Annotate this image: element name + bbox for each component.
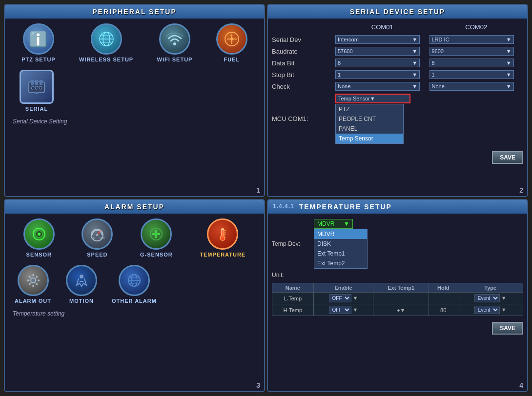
dropdown-disk[interactable]: DISK (314, 239, 367, 249)
panel2-save-button[interactable]: SAVE (492, 151, 523, 164)
serial-dev-select2[interactable]: LRD IC▼ (430, 35, 514, 44)
col-enable: Enable (313, 283, 373, 293)
serial-dev-label: Serial Dev (272, 36, 335, 43)
temperature-icon (207, 218, 238, 250)
svg-rect-17 (35, 92, 39, 94)
otheralarm-icon-item[interactable]: OTHER ALARM (112, 265, 157, 304)
speed-icon: 0 MAX (82, 218, 113, 250)
htemp-enable[interactable]: OFFON ▼ (313, 304, 373, 316)
htemp-name: H-Temp (272, 304, 314, 316)
serial-dev-select1[interactable]: Intercom▼ (335, 35, 420, 44)
mcu-select[interactable]: Temp Sensor▼ (335, 94, 410, 103)
check-label: Check (272, 83, 335, 90)
alarm-icons-row1: SENSOR 0 MAX SPEED (5, 214, 264, 260)
alarmout-icon (18, 265, 49, 296)
panel2-save-row: SAVE (268, 149, 527, 166)
databit-row: Data Bit 8▼ 8▼ (272, 57, 523, 69)
panel3-number: 3 (256, 381, 260, 389)
ltemp-type-select[interactable]: Event (474, 294, 500, 302)
svg-point-20 (38, 233, 41, 236)
svg-rect-28 (152, 233, 160, 235)
dropdown-tempsensor[interactable]: Temp Sensor (336, 134, 403, 143)
databit-label: Data Bit (272, 59, 335, 67)
fuel-label: FUEL (224, 57, 240, 62)
ptz-setup-icon-item[interactable]: ℹ️ PTZ SETUP (21, 23, 56, 62)
check-row: Check None▼ None▼ (272, 80, 523, 92)
motion-icon (66, 265, 97, 296)
ltemp-type[interactable]: Event ▼ (458, 293, 523, 304)
gsensor-label: G-SENSOR (140, 252, 173, 257)
svg-rect-13 (40, 80, 42, 85)
panel4-save-button[interactable]: SAVE (492, 322, 523, 335)
dropdown-ptz[interactable]: PTZ (336, 104, 403, 114)
svg-rect-12 (35, 80, 38, 85)
col-hold: Hold (429, 283, 458, 293)
fuel-icon-item[interactable]: FUEL (216, 23, 247, 62)
sensor-icon-item[interactable]: SENSOR (23, 218, 55, 257)
stopbit-select2[interactable]: 1▼ (430, 70, 514, 79)
ltemp-enable[interactable]: OFFON ▼ (313, 293, 373, 304)
mcu-dropdown: PTZ PEOPLE CNT PANEL Temp Sensor (335, 104, 404, 144)
otheralarm-icon (119, 265, 150, 296)
speed-icon-item[interactable]: 0 MAX SPEED (82, 218, 113, 257)
sensor-icon (23, 218, 55, 250)
htemp-type-select[interactable]: Event (474, 306, 500, 314)
svg-text:MAX: MAX (100, 237, 105, 239)
wifi-setup-icon-item[interactable]: WIFI SETUP (157, 23, 193, 62)
dropdown-mdvr[interactable]: MDVR (314, 229, 367, 239)
temp-dev-row: Temp-Dev: MDVR ▼ MDVR DISK Ext Temp1 Ext… (272, 218, 523, 270)
unit-label: Unit: (272, 272, 311, 278)
dropdown-people[interactable]: PEOPLE CNT (336, 114, 403, 124)
ltemp-enable-select[interactable]: OFFON (329, 294, 351, 302)
dropdown-panel[interactable]: PANEL (336, 124, 403, 134)
panel4-number: 4 (519, 381, 523, 389)
svg-point-23 (96, 234, 98, 236)
col-type: Type (458, 283, 523, 293)
ltemp-name: L-Temp (272, 293, 314, 304)
temperature-icon-item[interactable]: TEMPERATURE (200, 218, 246, 257)
alarmout-icon-item[interactable]: ALARM OUT (15, 265, 51, 304)
alarm-setup-panel: ALARM SETUP SENSOR 0 MAX (4, 199, 265, 392)
svg-point-9 (230, 38, 233, 40)
svg-line-40 (29, 276, 30, 277)
wifi-icon (159, 23, 190, 55)
serial-icon-item[interactable]: SERIAL (20, 70, 54, 112)
wifi-label: WIFI SETUP (157, 57, 193, 62)
temp-dev-dropdown: MDVR DISK Ext Temp1 Ext Temp2 (314, 229, 368, 269)
dropdown-exttemp1[interactable]: Ext Temp1 (314, 249, 367, 258)
gsensor-icon (141, 218, 172, 250)
unit-row: Unit: (272, 270, 523, 280)
temp-dev-select[interactable]: MDVR ▼ (314, 219, 353, 229)
databit-select1[interactable]: 8▼ (335, 59, 420, 67)
svg-line-42 (36, 276, 37, 277)
htemp-type[interactable]: Event ▼ (458, 304, 523, 316)
wireless-icon (91, 23, 122, 55)
alarm-icons-row2: ALARM OUT MOTION (5, 260, 264, 306)
motion-icon-item[interactable]: MOTION (66, 265, 97, 304)
check-select1[interactable]: None▼ (335, 82, 420, 91)
serial-dev-row: Serial Dev Intercom▼ LRD IC▼ (272, 34, 523, 45)
stopbit-select1[interactable]: 1▼ (335, 70, 420, 79)
gsensor-icon-item[interactable]: G-SENSOR (140, 218, 173, 257)
serial-icon-row: SERIAL (5, 65, 264, 114)
baudrate-select1[interactable]: 57600▼ (335, 47, 420, 56)
svg-point-14 (31, 86, 34, 89)
panel4-save-row: SAVE (268, 320, 527, 337)
svg-rect-11 (31, 80, 34, 85)
wireless-setup-icon-item[interactable]: WIRELESS SETUP (79, 23, 133, 62)
databit-select2[interactable]: 8▼ (430, 59, 514, 67)
dropdown-exttemp2[interactable]: Ext Temp2 (314, 258, 367, 268)
panel2-number: 2 (519, 186, 523, 194)
fuel-icon (216, 23, 247, 55)
serial-label: SERIAL (25, 106, 48, 112)
motion-label: MOTION (69, 298, 94, 304)
baudrate-select2[interactable]: 9600▼ (430, 47, 514, 56)
ptz-label: PTZ SETUP (21, 57, 56, 62)
temperature-setup-header: 1.4.4.1 TEMPERATURE SETUP (268, 200, 527, 214)
col2-header: COM02 (430, 23, 524, 31)
panel1-footer: Serial Device Setting (5, 114, 264, 129)
stopbit-row: Stop Bit 1▼ 1▼ (272, 69, 523, 80)
htemp-enable-select[interactable]: OFFON (329, 306, 351, 314)
check-select2[interactable]: None▼ (430, 82, 514, 91)
temp-dev-label: Temp-Dev: (272, 240, 311, 247)
